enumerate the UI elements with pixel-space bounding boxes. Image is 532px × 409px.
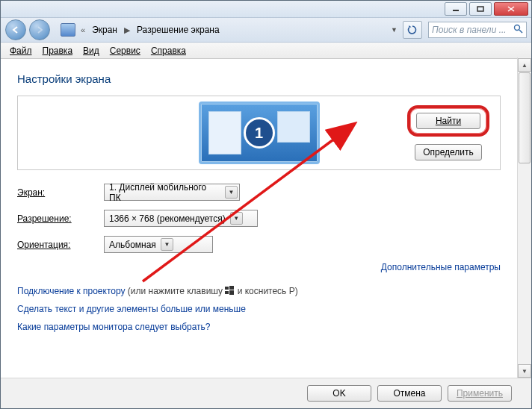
breadcrumb-sep-icon: « (78, 25, 87, 34)
annotation-highlight: Найти (407, 105, 489, 137)
resolution-label: Разрешение: (17, 213, 104, 224)
windows-key-icon (225, 286, 235, 296)
orientation-select[interactable]: Альбомная ▼ (104, 236, 213, 253)
projector-link[interactable]: Подключение к проектору (17, 286, 126, 296)
monitor-preview[interactable]: 1 (199, 102, 320, 164)
orientation-label: Ориентация: (17, 240, 104, 250)
chevron-down-icon: ▼ (225, 186, 238, 199)
breadcrumb-item[interactable]: Разрешение экрана (135, 25, 221, 35)
scroll-up-button[interactable]: ▲ (518, 58, 531, 72)
scroll-thumb[interactable] (519, 72, 531, 163)
window: « Экран ▶ Разрешение экрана ▼ Поиск в па… (0, 0, 532, 409)
display-select[interactable]: 1. Дисплей мобильного ПК ▼ (104, 184, 240, 201)
monitorparams-link[interactable]: Какие параметры монитора следует выбрать… (17, 322, 211, 332)
vertical-scrollbar[interactable]: ▲ ▼ (517, 57, 531, 378)
monitor-side-buttons: Найти Определить (407, 105, 489, 160)
nav-back-button[interactable] (5, 19, 26, 40)
menubar: Файл Правка Вид Сервис Справка (1, 43, 531, 59)
breadcrumb-arrow-icon: ▶ (122, 25, 132, 35)
preview-window-icon (208, 111, 241, 154)
monitor-icon (61, 23, 75, 37)
menu-service[interactable]: Сервис (105, 44, 145, 57)
content: Настройки экрана 1 Найти Определить Экра… (1, 57, 517, 378)
display-value: 1. Дисплей мобильного ПК (109, 182, 220, 203)
minimize-button[interactable] (445, 2, 467, 16)
navbar: « Экран ▶ Разрешение экрана ▼ Поиск в па… (1, 18, 531, 43)
nav-forward-button[interactable] (29, 19, 50, 40)
search-icon[interactable] (513, 24, 523, 36)
detect-button[interactable]: Определить (415, 144, 482, 160)
projector-hint: (или нажмите клавишу (126, 286, 226, 296)
menu-view[interactable]: Вид (78, 44, 104, 57)
breadcrumb-item[interactable]: Экран (90, 25, 119, 35)
scroll-down-button[interactable]: ▼ (518, 364, 531, 378)
monitor-number-badge: 1 (244, 117, 275, 149)
svg-rect-1 (477, 7, 483, 11)
close-button[interactable] (494, 2, 528, 16)
svg-rect-9 (229, 290, 234, 295)
svg-rect-6 (225, 287, 229, 290)
body: Настройки экрана 1 Найти Определить Экра… (1, 57, 531, 378)
apply-button[interactable]: Применить (448, 385, 512, 402)
resolution-value: 1366 × 768 (рекомендуется) (109, 213, 226, 224)
svg-rect-8 (225, 291, 229, 294)
chevron-down-icon: ▼ (230, 212, 243, 225)
svg-rect-7 (229, 286, 234, 290)
advanced-link[interactable]: Дополнительные параметры (381, 262, 501, 272)
resolution-select[interactable]: 1366 × 768 (рекомендуется) ▼ (104, 210, 258, 227)
display-label: Экран: (17, 187, 104, 198)
menu-file[interactable]: Файл (5, 44, 37, 57)
chevron-down-icon[interactable]: ▼ (389, 26, 400, 34)
page-title: Настройки экрана (17, 72, 501, 85)
search-input[interactable]: Поиск в панели ... (428, 22, 527, 38)
maximize-button[interactable] (469, 2, 492, 16)
find-button[interactable]: Найти (416, 113, 480, 129)
projector-hint: и коснитесь P) (235, 286, 297, 296)
orientation-value: Альбомная (109, 240, 156, 250)
menu-help[interactable]: Справка (146, 44, 191, 57)
ok-button[interactable]: OK (307, 385, 371, 402)
monitor-preview-box: 1 Найти Определить (17, 96, 501, 170)
footer: OK Отмена Применить (1, 378, 531, 408)
refresh-button[interactable] (403, 21, 422, 39)
textsize-link[interactable]: Сделать текст и другие элементы больше и… (17, 304, 246, 314)
chevron-down-icon: ▼ (161, 238, 173, 251)
search-placeholder: Поиск в панели ... (432, 25, 507, 35)
preview-window-icon (277, 111, 310, 143)
svg-point-4 (515, 25, 520, 31)
titlebar (1, 1, 531, 18)
svg-line-5 (519, 30, 522, 33)
cancel-button[interactable]: Отмена (377, 385, 442, 402)
menu-edit[interactable]: Правка (38, 44, 78, 57)
